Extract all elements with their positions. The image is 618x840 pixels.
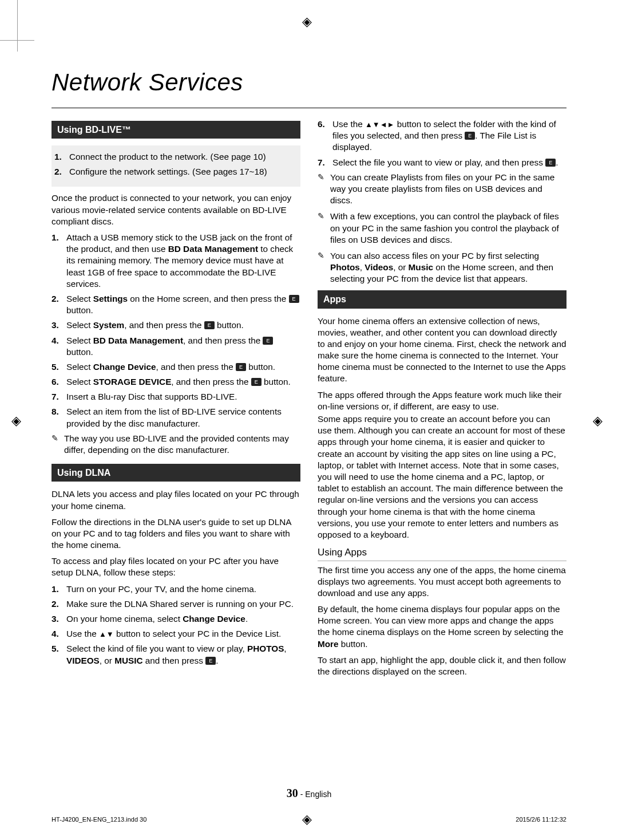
enter-button-icon: E — [204, 321, 215, 329]
enter-button-icon: E — [263, 337, 273, 345]
footer-lang: English — [305, 790, 331, 799]
note: ✎With a few exceptions, you can control … — [318, 211, 566, 246]
page-content: Network Services Using BD-LIVE™ 1.Connec… — [0, 0, 618, 716]
left-column: Using BD-LIVE™ 1.Connect the product to … — [52, 119, 300, 682]
list-item: 5.Select the kind of file you want to vi… — [52, 643, 300, 666]
list-item: 1.Connect the product to the network. (S… — [54, 151, 298, 163]
enter-button-icon: E — [545, 159, 556, 167]
section-header-dlna: Using DLNA — [52, 464, 300, 482]
enter-button-icon: E — [205, 657, 216, 665]
note-bdlive: ✎ The way you use BD-LIVE and the provid… — [52, 433, 300, 456]
list-item: 4.Use the ▲▼ button to select your PC in… — [52, 628, 300, 640]
note-icon: ✎ — [52, 433, 64, 456]
list-item: 6.Use the ▲▼◄► button to select the fold… — [318, 119, 566, 153]
dlna-p2: Follow the directions in the DLNA user's… — [52, 516, 300, 551]
enter-button-icon: E — [465, 132, 475, 140]
note-text: With a few exceptions, you can control t… — [330, 211, 566, 246]
note: ✎You can create Playlists from files on … — [318, 172, 566, 207]
note-icon: ✎ — [318, 172, 330, 207]
list-item: 7.Select the file you want to view or pl… — [318, 157, 566, 168]
list-item: 7.Insert a Blu-ray Disc that supports BD… — [52, 391, 300, 403]
dlna-p3: To access and play files located on your… — [52, 555, 300, 578]
note-text: You can create Playlists from files on y… — [330, 172, 566, 207]
list-item: 2.Configure the network settings. (See p… — [54, 166, 298, 178]
bdlive-intro: Once the product is connected to your ne… — [52, 192, 300, 227]
apps-p1: Your home cinema offers an extensive col… — [318, 316, 566, 385]
footer-lang-sep: - — [300, 790, 306, 799]
prereq-box: 1.Connect the product to the network. (S… — [52, 145, 300, 187]
enter-button-icon: E — [251, 378, 262, 386]
note-text: The way you use BD-LIVE and the provided… — [64, 433, 300, 456]
enter-button-icon: E — [289, 295, 299, 303]
registration-mark-icon — [302, 14, 316, 28]
note-icon: ✎ — [318, 211, 330, 246]
list-item: 2.Make sure the DLNA Shared server is ru… — [52, 598, 300, 610]
registration-mark-icon — [593, 413, 607, 427]
section-header-bdlive: Using BD-LIVE™ — [52, 121, 300, 139]
registration-mark-icon — [302, 812, 316, 826]
list-item: 6.Select STORAGE DEVICE, and then press … — [52, 376, 300, 388]
list-item: 4.Select BD Data Management, and then pr… — [52, 335, 300, 358]
note-rich: ✎ You can also access files on your PC b… — [318, 250, 566, 285]
crop-guide — [17, 0, 18, 52]
title-rule — [52, 108, 566, 108]
registration-mark-icon — [11, 413, 25, 427]
page-number: 30 — [287, 787, 298, 799]
note-text: You can also access files on your PC by … — [330, 250, 566, 285]
right-notes: ✎You can create Playlists from files on … — [318, 172, 566, 246]
columns: Using BD-LIVE™ 1.Connect the product to … — [52, 119, 566, 682]
list-item: 3.Select System, and then press the E bu… — [52, 320, 300, 331]
ua-p2: By default, the home cinema displays fou… — [318, 604, 566, 650]
page-title: Network Services — [52, 69, 566, 96]
list-item: 2.Select Settings on the Home screen, an… — [52, 293, 300, 316]
dlna-p1: DLNA lets you access and play files loca… — [52, 488, 300, 511]
ua-p3: To start an app, highlight the app, doub… — [318, 654, 566, 677]
using-apps-head: Using Apps — [318, 546, 566, 561]
dlna-steps: 1.Turn on your PC, your TV, and the home… — [52, 583, 300, 667]
list-item: 1.Turn on your PC, your TV, and the home… — [52, 583, 300, 595]
print-meta-date: 2015/2/6 11:12:32 — [516, 816, 566, 823]
print-meta-file: HT-J4200_EN-ENG_1213.indd 30 — [52, 816, 146, 823]
list-item: 8.Select an item from the list of BD-LIV… — [52, 406, 300, 429]
dlna-steps-cont: 6.Use the ▲▼◄► button to select the fold… — [318, 119, 566, 168]
note-icon: ✎ — [318, 250, 330, 285]
list-item: 5.Select Change Device, and then press t… — [52, 361, 300, 373]
list-item: 3.On your home cinema, select Change Dev… — [52, 613, 300, 625]
page-footer: 30 - English — [0, 787, 618, 800]
section-header-apps: Apps — [318, 290, 566, 308]
ua-p1: The first time you access any one of the… — [318, 565, 566, 600]
list-item: 1.Attach a USB memory stick to the USB j… — [52, 232, 300, 290]
right-column: 6.Use the ▲▼◄► button to select the fold… — [318, 119, 566, 682]
apps-p2: The apps offered through the Apps featur… — [318, 389, 566, 412]
bdlive-steps: 1.Attach a USB memory stick to the USB j… — [52, 232, 300, 429]
crop-guide — [0, 40, 34, 41]
enter-button-icon: E — [236, 363, 246, 371]
apps-p3: Some apps require you to create an accou… — [318, 413, 566, 541]
